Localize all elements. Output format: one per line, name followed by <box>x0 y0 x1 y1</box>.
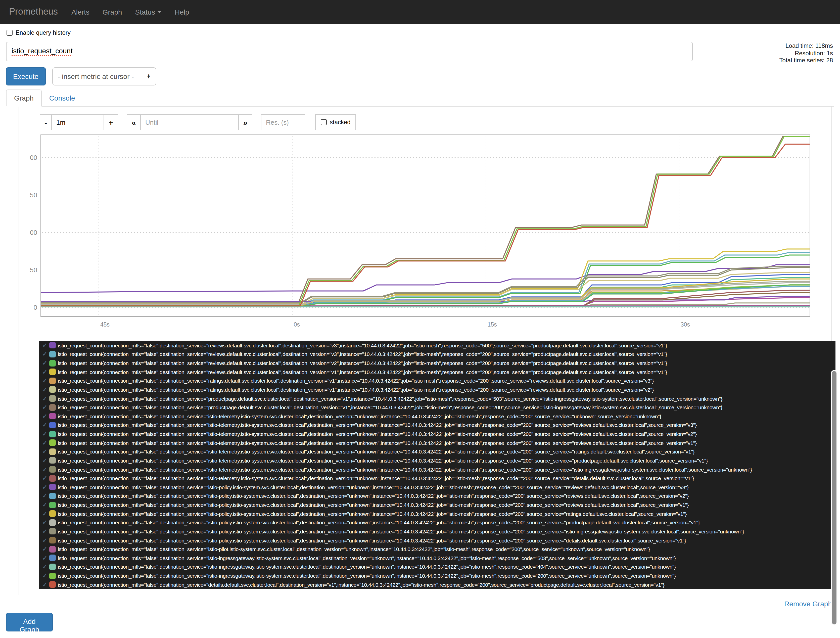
series-line-27 <box>41 144 810 306</box>
legend-row[interactable]: ✓istio_request_count{connection_mtls="fa… <box>39 527 835 536</box>
until-input[interactable]: Until <box>140 114 239 130</box>
legend-color-swatch <box>49 564 56 570</box>
legend-row[interactable]: ✓istio_request_count{connection_mtls="fa… <box>39 359 835 368</box>
legend-row[interactable]: ✓istio_request_count{connection_mtls="fa… <box>39 474 835 483</box>
legend-series-label: istio_request_count{connection_mtls="fal… <box>58 564 676 570</box>
range-increase-button[interactable]: + <box>104 114 118 130</box>
time-back-button[interactable]: « <box>127 114 141 130</box>
legend-row[interactable]: ✓istio_request_count{connection_mtls="fa… <box>39 447 835 456</box>
legend-check-icon: ✓ <box>42 448 49 455</box>
legend-color-swatch <box>49 404 56 411</box>
legend-row[interactable]: ✓istio_request_count{connection_mtls="fa… <box>39 518 835 527</box>
legend-check-icon: ✓ <box>42 457 49 464</box>
nav-item-alerts[interactable]: Alerts <box>65 8 96 16</box>
legend-color-swatch <box>49 546 56 552</box>
series-group <box>41 137 810 307</box>
legend-row[interactable]: ✓istio_request_count{connection_mtls="fa… <box>39 394 835 403</box>
total-time-series: Total time series: 28 <box>779 57 833 64</box>
legend-series-label: istio_request_count{connection_mtls="fal… <box>58 573 676 579</box>
resolution-input[interactable]: Res. (s) <box>261 114 305 130</box>
legend-row[interactable]: ✓istio_request_count{connection_mtls="fa… <box>39 341 835 350</box>
legend-check-icon: ✓ <box>42 342 49 349</box>
x-tick-label: 0s <box>294 321 300 328</box>
legend-row[interactable]: ✓istio_request_count{connection_mtls="fa… <box>39 491 835 500</box>
legend-color-swatch <box>49 395 56 402</box>
remove-graph-link[interactable]: Remove Graph <box>784 600 832 608</box>
tab-console[interactable]: Console <box>42 90 83 106</box>
range-input[interactable]: 1m <box>51 114 104 130</box>
legend-row[interactable]: ✓istio_request_count{connection_mtls="fa… <box>39 376 835 385</box>
legend-row[interactable]: ✓istio_request_count{connection_mtls="fa… <box>39 385 835 394</box>
legend-row[interactable]: ✓istio_request_count{connection_mtls="fa… <box>39 536 835 545</box>
expression-input[interactable]: istio_request_count <box>6 42 693 62</box>
scrollbar-thumb[interactable] <box>831 370 837 625</box>
legend-series-label: istio_request_count{connection_mtls="fal… <box>58 528 744 534</box>
legend-row[interactable]: ✓istio_request_count{connection_mtls="fa… <box>39 350 835 358</box>
legend-color-swatch <box>49 528 56 535</box>
x-tick-label: 45s <box>100 321 110 328</box>
legend-series-label: istio_request_count{connection_mtls="fal… <box>58 449 695 455</box>
legend-color-swatch <box>49 572 56 579</box>
add-graph-button[interactable]: Add Graph <box>6 613 53 632</box>
legend-color-swatch <box>49 502 56 508</box>
brand-link[interactable]: Prometheus <box>0 6 65 17</box>
legend-row[interactable]: ✓istio_request_count{connection_mtls="fa… <box>39 572 835 580</box>
legend-row[interactable]: ✓istio_request_count{connection_mtls="fa… <box>39 545 835 554</box>
legend-color-swatch <box>49 484 56 490</box>
legend-series-label: istio_request_count{connection_mtls="fal… <box>58 475 694 481</box>
y-tick-label: 150 <box>30 191 37 199</box>
legend-check-icon: ✓ <box>42 501 49 508</box>
query-history-checkbox[interactable] <box>6 30 13 36</box>
legend-series-label: istio_request_count{connection_mtls="fal… <box>58 458 708 464</box>
legend-color-swatch <box>49 457 56 464</box>
legend-color-swatch <box>49 493 56 499</box>
resolution: Resolution: 1s <box>779 49 833 57</box>
legend-row[interactable]: ✓istio_request_count{connection_mtls="fa… <box>39 554 835 562</box>
nav-item-status[interactable]: Status <box>129 8 168 16</box>
time-group: « Until » <box>127 114 253 130</box>
legend-row[interactable]: ✓istio_request_count{connection_mtls="fa… <box>39 403 835 412</box>
legend-check-icon: ✓ <box>42 351 49 358</box>
legend-series-label: istio_request_count{connection_mtls="fal… <box>58 484 689 490</box>
legend-check-icon: ✓ <box>42 413 49 420</box>
time-forward-button[interactable]: » <box>238 114 253 130</box>
y-tick-label: 50 <box>30 266 37 274</box>
legend-check-icon: ✓ <box>42 377 49 384</box>
legend-check-icon: ✓ <box>42 510 49 517</box>
graph-controls: - 1m + « Until » Res. (s) stacked <box>40 114 356 130</box>
legend-row[interactable]: ✓istio_request_count{connection_mtls="fa… <box>39 420 835 430</box>
series-line-7 <box>41 137 810 305</box>
nav-item-help[interactable]: Help <box>168 8 196 16</box>
insert-metric-select[interactable]: - insert metric at cursor - ▲▼ <box>52 67 156 85</box>
stacked-checkbox[interactable] <box>321 119 327 125</box>
legend-check-icon: ✓ <box>42 545 49 553</box>
execute-button[interactable]: Execute <box>6 67 46 85</box>
legend-color-swatch <box>49 555 56 561</box>
prometheus-app: Prometheus Alerts Graph Status Help Enab… <box>0 0 840 638</box>
legend-row[interactable]: ✓istio_request_count{connection_mtls="fa… <box>39 465 835 474</box>
y-tick-label: 0 <box>34 304 37 311</box>
tab-graph[interactable]: Graph <box>6 90 42 107</box>
range-decrease-button[interactable]: - <box>40 114 52 130</box>
line-chart[interactable]: 05010015020045s0s15s30s <box>30 133 814 334</box>
legend-series-label: istio_request_count{connection_mtls="fal… <box>58 546 650 552</box>
legend-row[interactable]: ✓istio_request_count{connection_mtls="fa… <box>39 580 835 589</box>
series-line-12 <box>41 272 810 304</box>
query-stats: Load time: 118ms Resolution: 1s Total ti… <box>779 42 833 64</box>
legend-color-swatch <box>49 448 56 455</box>
legend-row[interactable]: ✓istio_request_count{connection_mtls="fa… <box>39 483 835 491</box>
nav-item-graph[interactable]: Graph <box>96 8 129 16</box>
legend-row[interactable]: ✓istio_request_count{connection_mtls="fa… <box>39 501 835 509</box>
legend-row[interactable]: ✓istio_request_count{connection_mtls="fa… <box>39 456 835 465</box>
legend-row[interactable]: ✓istio_request_count{connection_mtls="fa… <box>39 430 835 438</box>
legend-row[interactable]: ✓istio_request_count{connection_mtls="fa… <box>39 509 835 518</box>
legend-check-icon: ✓ <box>42 475 49 482</box>
legend-row[interactable]: ✓istio_request_count{connection_mtls="fa… <box>39 562 835 571</box>
legend-row[interactable]: ✓istio_request_count{connection_mtls="fa… <box>39 438 835 447</box>
legend-check-icon: ✓ <box>42 466 49 473</box>
legend-row[interactable]: ✓istio_request_count{connection_mtls="fa… <box>39 412 835 420</box>
legend-series-label: istio_request_count{connection_mtls="fal… <box>58 431 697 437</box>
legend-row[interactable]: ✓istio_request_count{connection_mtls="fa… <box>39 368 835 376</box>
query-history-row: Enable query history <box>6 29 71 36</box>
stacked-label: stacked <box>330 118 351 126</box>
